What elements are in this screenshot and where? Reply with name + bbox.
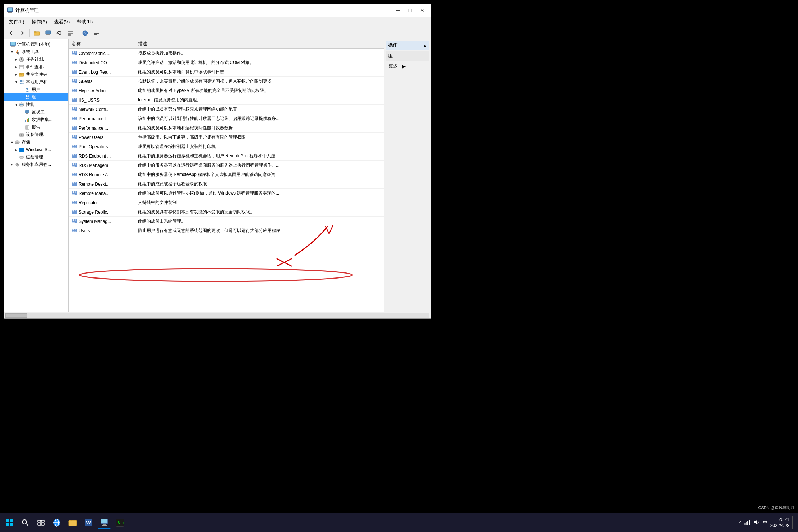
- sidebar-item-data-collect[interactable]: 数据收集...: [4, 116, 68, 123]
- sidebar-item-device-manager[interactable]: 设备管理...: [4, 131, 68, 139]
- taskbar: W C:\> ^ 中 2: [0, 513, 798, 532]
- list-item[interactable]: Power Users包括高级用户以向下兼容，高级用户拥有有限的管理权限: [69, 133, 384, 142]
- list-cell-desc: 按默认值，来宾跟用户组的成员有同等访问权，但来宾帐户的限制更多: [135, 77, 384, 85]
- list-item[interactable]: Remote Mana...此组的成员可以通过管理协议(例如，通过 Window…: [69, 189, 384, 198]
- svg-rect-146: [749, 520, 750, 525]
- sidebar: 计算机管理(本地) ▾ 系统工具 ▸ 任务计划... ▸: [4, 39, 69, 312]
- forward-button[interactable]: [17, 28, 27, 38]
- list-item[interactable]: Network Confi...此组中的成员有部分管理权限来管理网络功能的配置: [69, 105, 384, 114]
- sidebar-item-task-scheduler[interactable]: ▸ 任务计划...: [4, 56, 68, 63]
- tray-network-icon[interactable]: [744, 519, 751, 526]
- list-item[interactable]: Replicator支持域中的文件复制: [69, 198, 384, 207]
- svg-rect-41: [27, 119, 28, 122]
- storage-icon: [14, 140, 20, 145]
- list-item[interactable]: Users防止用户进行有意或无意的系统范围的更改，但是可以运行大部分应用程序: [69, 226, 384, 235]
- sidebar-item-local-users[interactable]: ▾ 本地用户和...: [4, 78, 68, 86]
- sidebar-item-storage[interactable]: ▾ 存储: [4, 139, 68, 146]
- toolbar-btn-list[interactable]: [65, 28, 75, 38]
- sidebar-item-system-tools[interactable]: ▾ 系统工具: [4, 48, 68, 56]
- menu-help[interactable]: 帮助(H): [73, 18, 96, 26]
- group-item-icon: [72, 162, 79, 168]
- sidebar-item-event-viewer[interactable]: ▸ 事件查看...: [4, 63, 68, 71]
- taskbar-terminal-button[interactable]: C:\>: [114, 516, 126, 529]
- taskbar-show-desktop[interactable]: [792, 516, 795, 529]
- taskbar-ie-button[interactable]: [50, 516, 63, 529]
- expand-arrow: ▾: [10, 50, 14, 54]
- close-button[interactable]: ✕: [416, 6, 428, 15]
- tray-ime-label[interactable]: 中: [763, 519, 767, 526]
- list-cell-desc: 此组的成员可以从本地和远程访问性能计数器数据: [135, 124, 384, 132]
- sidebar-item-computer-local[interactable]: 计算机管理(本地): [4, 41, 68, 48]
- sidebar-item-reports[interactable]: 报告: [4, 123, 68, 131]
- list-cell-name: Storage Replic...: [69, 208, 135, 216]
- sidebar-item-performance[interactable]: ▾ 性能: [4, 101, 68, 108]
- menu-action[interactable]: 操作(A): [28, 18, 51, 26]
- list-cell-name: Performance ...: [69, 124, 135, 132]
- svg-point-60: [73, 51, 74, 53]
- list-item[interactable]: Print Operators成员可以管理在域控制器上安装的打印机: [69, 142, 384, 151]
- list-item[interactable]: RDS Endpoint ...此组中的服务器运行虚拟机和主机会话，用户 Rem…: [69, 151, 384, 161]
- toolbar-btn-config[interactable]: [43, 28, 53, 38]
- list-item[interactable]: RDS Managem...此组中的服务器可以在运行远程桌面服务的服务器上执行例…: [69, 161, 384, 170]
- taskbar-clock[interactable]: 20:21 2022/4/28: [770, 517, 789, 529]
- list-cell-name: Event Log Rea...: [69, 68, 135, 76]
- svg-text:?: ?: [84, 31, 86, 35]
- header-desc[interactable]: 描述: [135, 39, 384, 48]
- menu-view[interactable]: 查看(V): [51, 18, 73, 26]
- group-item-icon: [72, 134, 79, 140]
- list-item[interactable]: Cryptographic ...授权成员执行加密操作。: [69, 49, 384, 58]
- taskbar-task-view-button[interactable]: [34, 516, 47, 529]
- performance-icon: [18, 102, 25, 108]
- toolbar-btn-refresh[interactable]: [54, 28, 64, 38]
- list-item[interactable]: Remote Deskt...此组中的成员被授予远程登录的权限: [69, 179, 384, 189]
- menu-file[interactable]: 文件(F): [5, 18, 28, 26]
- svg-text:C:\>: C:\>: [118, 521, 124, 524]
- list-row-name: RDS Remote A...: [79, 172, 111, 177]
- list-cell-desc: 此组中的服务器可以在运行远程桌面服务的服务器上执行例程管理操作。...: [135, 161, 384, 169]
- sidebar-item-shared-folders[interactable]: ▸ 共 共享文件夹: [4, 71, 68, 78]
- horizontal-scrollbar[interactable]: [5, 313, 429, 318]
- list-cell-name: Cryptographic ...: [69, 49, 135, 57]
- list-item[interactable]: Event Log Rea...此组的成员可以从本地计算机中读取事件日志: [69, 67, 384, 77]
- taskbar-office-button[interactable]: W: [82, 516, 95, 529]
- taskbar-explorer-button[interactable]: [66, 516, 79, 529]
- list-area[interactable]: 名称 描述 Cryptographic ...授权成员执行加密操作。 Distr…: [69, 39, 384, 312]
- tray-up-arrow[interactable]: ^: [739, 521, 741, 525]
- more-action[interactable]: 更多... ▶: [386, 62, 429, 70]
- taskbar-date-display: 2022/4/28: [770, 523, 789, 529]
- tray-volume-icon[interactable]: [753, 519, 760, 526]
- list-item[interactable]: IIS_IUSRSInternet 信息服务使用的内置组。: [69, 95, 384, 105]
- maximize-button[interactable]: □: [404, 6, 416, 15]
- list-item[interactable]: Hyper-V Admin...此组的成员拥有对 Hyper-V 所有功能的完全…: [69, 86, 384, 95]
- toolbar-btn-folder[interactable]: [32, 28, 42, 38]
- list-item[interactable]: System Manag...此组的成员由系统管理。: [69, 217, 384, 226]
- event-icon: [18, 64, 25, 70]
- toolbar-btn-help[interactable]: ?: [80, 28, 90, 38]
- sidebar-item-services-apps[interactable]: ▸ 服务和应用程...: [4, 161, 68, 168]
- scrollbar-thumb[interactable]: [5, 313, 27, 318]
- list-row-name: Remote Mana...: [79, 191, 109, 196]
- list-item[interactable]: Guests按默认值，来宾跟用户组的成员有同等访问权，但来宾帐户的限制更多: [69, 77, 384, 86]
- csdn-badge: CSDN @追风醉明月: [758, 505, 794, 510]
- list-item[interactable]: Performance L...该组中的成员可以计划进行性能计数器日志记录、启用…: [69, 114, 384, 123]
- expand-arrow: ▾: [14, 103, 18, 107]
- list-item[interactable]: Performance ...此组的成员可以从本地和远程访问性能计数器数据: [69, 123, 384, 133]
- sidebar-item-windows-server[interactable]: ▸ Windows S...: [4, 146, 68, 153]
- list-item[interactable]: Storage Replic...此组的成员具有存储副本所有功能的不受限的完全访…: [69, 207, 384, 217]
- toolbar-btn-extra[interactable]: [91, 28, 101, 38]
- minimize-button[interactable]: ─: [392, 6, 403, 15]
- list-item[interactable]: RDS Remote A...此组中的服务器使 RemoteApp 程序和个人虚…: [69, 170, 384, 179]
- sidebar-item-users[interactable]: 用户: [4, 86, 68, 93]
- list-cell-desc: Internet 信息服务使用的内置组。: [135, 96, 384, 104]
- list-item[interactable]: Distributed CO...成员允许启动、激活和使用此计算机上的分布式 C…: [69, 58, 384, 67]
- back-button[interactable]: [6, 28, 16, 38]
- taskbar-search-button[interactable]: [19, 516, 32, 529]
- title-bar-left: 计算机管理: [7, 7, 39, 14]
- header-name[interactable]: 名称: [69, 39, 135, 48]
- start-button[interactable]: [3, 516, 16, 529]
- sidebar-item-monitor[interactable]: 监视工...: [4, 108, 68, 116]
- svg-rect-39: [26, 114, 29, 114]
- taskbar-computer-manage-button[interactable]: [98, 516, 111, 529]
- sidebar-item-groups[interactable]: 组: [4, 93, 68, 101]
- sidebar-item-disk-manager[interactable]: 磁盘管理: [4, 153, 68, 161]
